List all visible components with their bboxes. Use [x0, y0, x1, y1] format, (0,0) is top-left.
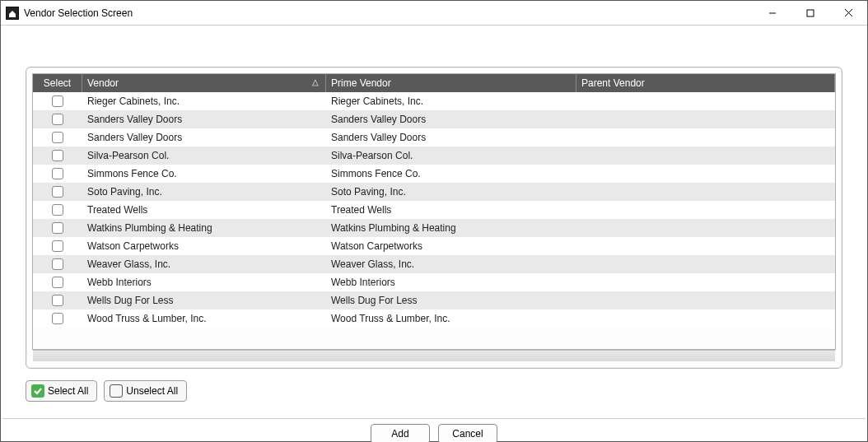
grid-empty-space	[33, 328, 835, 350]
add-button[interactable]: Add	[371, 424, 430, 442]
row-parent-cell	[576, 165, 835, 182]
column-header-parent-label: Parent Vendor	[581, 77, 645, 89]
row-checkbox[interactable]	[52, 132, 63, 143]
row-vendor-cell: Rieger Cabinets, Inc.	[82, 92, 326, 109]
row-parent-cell	[576, 291, 835, 309]
row-checkbox[interactable]	[52, 295, 63, 306]
row-vendor-cell: Treated Wells	[82, 201, 326, 218]
table-row[interactable]: Weaver Glass, Inc.Weaver Glass, Inc.	[33, 255, 835, 273]
row-select-cell	[33, 165, 82, 182]
unchecked-icon	[110, 384, 123, 398]
row-checkbox[interactable]	[52, 204, 63, 216]
table-row[interactable]: Rieger Cabinets, Inc.Rieger Cabinets, In…	[33, 92, 835, 110]
row-prime-cell: Weaver Glass, Inc.	[326, 255, 576, 272]
check-icon	[31, 384, 44, 398]
maximize-button[interactable]	[791, 1, 829, 25]
horizontal-scrollbar[interactable]	[33, 350, 835, 361]
select-all-button[interactable]: Select All	[26, 380, 97, 402]
row-checkbox[interactable]	[52, 240, 63, 252]
table-row[interactable]: Watson CarpetworksWatson Carpetworks	[33, 237, 835, 255]
row-parent-cell	[576, 309, 835, 327]
row-prime-cell: Treated Wells	[326, 201, 576, 218]
table-row[interactable]: Webb InteriorsWebb Interiors	[33, 273, 835, 291]
unselect-all-label: Unselect All	[126, 385, 178, 397]
row-checkbox[interactable]	[52, 150, 63, 161]
row-checkbox[interactable]	[52, 114, 63, 125]
row-prime-cell: Sanders Valley Doors	[326, 128, 576, 146]
row-prime-cell: Soto Paving, Inc.	[326, 183, 576, 200]
row-parent-cell	[576, 92, 835, 109]
row-parent-cell	[576, 255, 835, 272]
row-prime-cell: Watkins Plumbing & Heating	[326, 219, 576, 236]
column-header-vendor[interactable]: Vendor △	[82, 74, 326, 92]
row-select-cell	[33, 273, 82, 291]
cancel-button[interactable]: Cancel	[438, 424, 497, 442]
app-icon	[6, 7, 19, 20]
table-row[interactable]: Wood Truss & Lumber, Inc.Wood Truss & Lu…	[33, 309, 835, 328]
svg-rect-1	[807, 10, 814, 16]
row-parent-cell	[576, 183, 835, 200]
row-prime-cell: Wells Dug For Less	[326, 291, 576, 309]
row-checkbox[interactable]	[52, 277, 63, 288]
cancel-button-label: Cancel	[452, 428, 483, 440]
row-select-cell	[33, 219, 82, 236]
column-header-select-label: Select	[44, 77, 71, 89]
minimize-button[interactable]	[754, 1, 791, 25]
table-row[interactable]: Simmons Fence Co.Simmons Fence Co.	[33, 165, 835, 183]
row-select-cell	[33, 92, 82, 109]
row-vendor-cell: Soto Paving, Inc.	[82, 183, 326, 200]
selection-buttons: Select All Unselect All	[26, 380, 867, 402]
table-row[interactable]: Silva-Pearson Col.Silva-Pearson Col.	[33, 147, 835, 165]
column-header-select[interactable]: Select	[33, 74, 82, 92]
row-checkbox[interactable]	[52, 95, 63, 107]
table-row[interactable]: Sanders Valley DoorsSanders Valley Doors	[33, 110, 835, 128]
row-vendor-cell: Watkins Plumbing & Heating	[82, 219, 326, 236]
row-prime-cell: Simmons Fence Co.	[326, 165, 576, 182]
row-checkbox[interactable]	[52, 186, 63, 198]
row-vendor-cell: Wood Truss & Lumber, Inc.	[82, 309, 326, 327]
grid-body: Rieger Cabinets, Inc.Rieger Cabinets, In…	[33, 92, 835, 328]
table-row[interactable]: Soto Paving, Inc.Soto Paving, Inc.	[33, 183, 835, 201]
row-select-cell	[33, 237, 82, 254]
row-select-cell	[33, 201, 82, 218]
row-checkbox[interactable]	[52, 313, 63, 324]
table-row[interactable]: Watkins Plumbing & HeatingWatkins Plumbi…	[33, 219, 835, 237]
row-checkbox[interactable]	[52, 222, 63, 234]
row-vendor-cell: Watson Carpetworks	[82, 237, 326, 254]
row-parent-cell	[576, 219, 835, 236]
window-controls	[754, 1, 867, 25]
app-window: Vendor Selection Screen Select Vendor △	[0, 0, 868, 442]
table-row[interactable]: Wells Dug For LessWells Dug For Less	[33, 291, 835, 309]
row-select-cell	[33, 291, 82, 309]
row-parent-cell	[576, 128, 835, 146]
table-row[interactable]: Sanders Valley DoorsSanders Valley Doors	[33, 128, 835, 147]
row-parent-cell	[576, 273, 835, 291]
client-area: Select Vendor △ Prime Vendor Parent Vend…	[1, 26, 867, 442]
row-prime-cell: Silva-Pearson Col.	[326, 147, 576, 164]
select-all-label: Select All	[48, 385, 88, 397]
window-title: Vendor Selection Screen	[24, 7, 133, 19]
row-vendor-cell: Webb Interiors	[82, 273, 326, 291]
row-parent-cell	[576, 147, 835, 164]
column-header-prime-vendor[interactable]: Prime Vendor	[326, 74, 576, 92]
row-prime-cell: Wood Truss & Lumber, Inc.	[326, 309, 576, 327]
row-parent-cell	[576, 201, 835, 218]
close-button[interactable]	[829, 1, 867, 25]
row-checkbox[interactable]	[52, 168, 63, 179]
row-vendor-cell: Wells Dug For Less	[82, 291, 326, 309]
row-vendor-cell: Sanders Valley Doors	[82, 110, 326, 128]
column-header-vendor-label: Vendor	[87, 77, 119, 89]
unselect-all-button[interactable]: Unselect All	[104, 380, 187, 402]
grid-header: Select Vendor △ Prime Vendor Parent Vend…	[33, 74, 835, 92]
add-button-label: Add	[391, 428, 408, 440]
row-prime-cell: Sanders Valley Doors	[326, 110, 576, 128]
vendor-grid[interactable]: Select Vendor △ Prime Vendor Parent Vend…	[32, 73, 836, 350]
row-parent-cell	[576, 110, 835, 128]
row-prime-cell: Webb Interiors	[326, 273, 576, 291]
column-header-parent-vendor[interactable]: Parent Vendor	[576, 74, 835, 92]
row-vendor-cell: Simmons Fence Co.	[82, 165, 326, 182]
dialog-buttons: Add Cancel	[1, 419, 867, 442]
table-row[interactable]: Treated WellsTreated Wells	[33, 201, 835, 219]
row-parent-cell	[576, 237, 835, 254]
row-checkbox[interactable]	[52, 258, 63, 270]
